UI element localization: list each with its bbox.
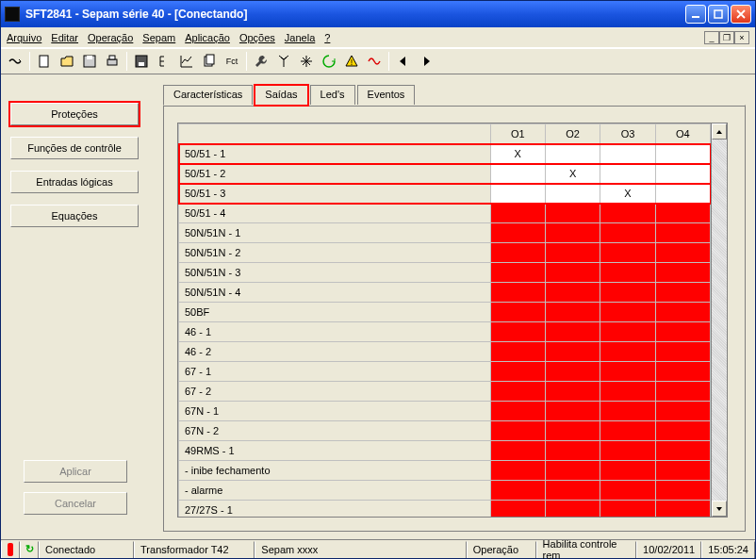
grid-cell[interactable] <box>600 362 655 382</box>
grid-cell[interactable] <box>545 342 600 362</box>
grid-cell[interactable] <box>655 402 710 421</box>
grid-cell[interactable] <box>600 164 655 184</box>
grid-cell[interactable] <box>655 243 710 263</box>
cancelar-button[interactable]: Cancelar <box>24 492 127 515</box>
grid-cell[interactable] <box>490 184 545 204</box>
print-icon[interactable] <box>102 51 123 72</box>
grid-cell[interactable] <box>655 421 710 441</box>
grid-cell[interactable] <box>600 342 655 362</box>
grid-cell[interactable] <box>545 402 600 421</box>
grid-cell[interactable] <box>545 223 600 243</box>
grid-cell[interactable] <box>490 303 545 322</box>
tab-saidas[interactable]: Saídas <box>255 85 307 106</box>
grid-cell[interactable] <box>655 303 710 322</box>
grid-cell[interactable] <box>600 283 655 303</box>
entradas-button[interactable]: Entradas lógicas <box>10 171 139 193</box>
grid-cell[interactable] <box>545 243 600 263</box>
tab-leds[interactable]: Led's <box>310 85 355 106</box>
equacoes-button[interactable]: Equações <box>10 205 139 227</box>
wrench-icon[interactable] <box>251 51 271 72</box>
chart-icon[interactable] <box>176 51 197 72</box>
grid-cell[interactable] <box>545 303 600 322</box>
menu-janela[interactable]: Janela <box>285 32 315 43</box>
menu-help[interactable]: ? <box>324 32 330 43</box>
grid-cell[interactable] <box>655 204 710 223</box>
grid-cell[interactable] <box>545 421 600 441</box>
grid-cell[interactable] <box>600 144 655 164</box>
grid-cell[interactable] <box>600 441 655 461</box>
protecoes-button[interactable]: Proteções <box>10 103 139 125</box>
wave-red-icon[interactable] <box>364 51 385 72</box>
grid-cell[interactable] <box>655 461 710 481</box>
grid-cell[interactable] <box>655 144 710 164</box>
grid-cell[interactable] <box>655 501 710 518</box>
grid-cell[interactable] <box>655 322 710 342</box>
grid-cell[interactable] <box>655 283 710 303</box>
grid-cell[interactable] <box>600 421 655 441</box>
grid-cell[interactable] <box>600 303 655 322</box>
grid-cell[interactable] <box>545 144 600 164</box>
grid-cell[interactable] <box>545 441 600 461</box>
function-button[interactable]: Fct <box>222 51 242 72</box>
open-icon[interactable] <box>57 51 77 72</box>
grid-cell[interactable] <box>490 421 545 441</box>
disk-icon[interactable] <box>131 51 152 72</box>
grid-cell[interactable]: X <box>490 144 545 164</box>
grid-cell[interactable] <box>655 223 710 243</box>
grid-cell[interactable] <box>655 184 710 204</box>
star-icon[interactable] <box>296 51 317 72</box>
close-button[interactable] <box>731 5 751 24</box>
grid-cell[interactable] <box>600 263 655 283</box>
hierarchy-icon[interactable] <box>154 51 174 72</box>
grid-cell[interactable] <box>600 382 655 402</box>
grid-cell[interactable] <box>545 461 600 481</box>
new-icon[interactable] <box>34 51 55 72</box>
grid-cell[interactable] <box>490 461 545 481</box>
menu-sepam[interactable]: Sepam <box>142 32 175 43</box>
grid-cell[interactable]: X <box>600 184 655 204</box>
grid-cell[interactable] <box>600 402 655 421</box>
grid-cell[interactable] <box>490 283 545 303</box>
prev-icon[interactable] <box>393 51 414 72</box>
scroll-track[interactable] <box>712 140 727 501</box>
scroll-down-button[interactable] <box>712 501 727 517</box>
grid-cell[interactable] <box>655 342 710 362</box>
aplicar-button[interactable]: Aplicar <box>24 460 127 483</box>
minimize-button[interactable] <box>685 5 706 24</box>
grid-cell[interactable] <box>490 481 545 501</box>
connect-icon[interactable] <box>5 51 25 72</box>
grid-cell[interactable] <box>490 382 545 402</box>
grid-cell[interactable] <box>600 461 655 481</box>
warning-icon[interactable]: ! <box>341 51 362 72</box>
grid-cell[interactable] <box>490 223 545 243</box>
grid-cell[interactable] <box>545 322 600 342</box>
grid-cell[interactable] <box>545 382 600 402</box>
menu-operacao[interactable]: Operação <box>88 32 133 43</box>
grid-cell[interactable] <box>655 441 710 461</box>
grid-cell[interactable] <box>655 362 710 382</box>
grid-cell[interactable] <box>655 382 710 402</box>
grid-cell[interactable] <box>490 362 545 382</box>
menu-arquivo[interactable]: Arquivo <box>7 32 41 43</box>
grid-cell[interactable] <box>490 402 545 421</box>
grid-cell[interactable] <box>490 501 545 518</box>
grid-cell[interactable] <box>490 164 545 184</box>
mdi-restore-button[interactable]: ❐ <box>719 31 734 44</box>
vertical-scrollbar[interactable] <box>711 123 727 517</box>
copy-icon[interactable] <box>199 51 220 72</box>
grid-cell[interactable] <box>600 322 655 342</box>
grid-cell[interactable] <box>545 184 600 204</box>
grid-cell[interactable] <box>600 481 655 501</box>
recycle-icon[interactable] <box>319 51 339 72</box>
grid-cell[interactable] <box>545 481 600 501</box>
tab-eventos[interactable]: Eventos <box>357 85 416 106</box>
grid-cell[interactable] <box>545 263 600 283</box>
grid-cell[interactable] <box>600 243 655 263</box>
scroll-up-button[interactable] <box>712 123 727 140</box>
menu-editar[interactable]: Editar <box>51 32 78 43</box>
funcoes-button[interactable]: Funções de contrôle <box>10 137 139 159</box>
mdi-minimize-button[interactable]: _ <box>704 31 719 44</box>
grid-cell[interactable] <box>545 362 600 382</box>
menu-opcoes[interactable]: Opções <box>239 32 275 43</box>
menu-aplicacao[interactable]: Aplicação <box>185 32 230 43</box>
